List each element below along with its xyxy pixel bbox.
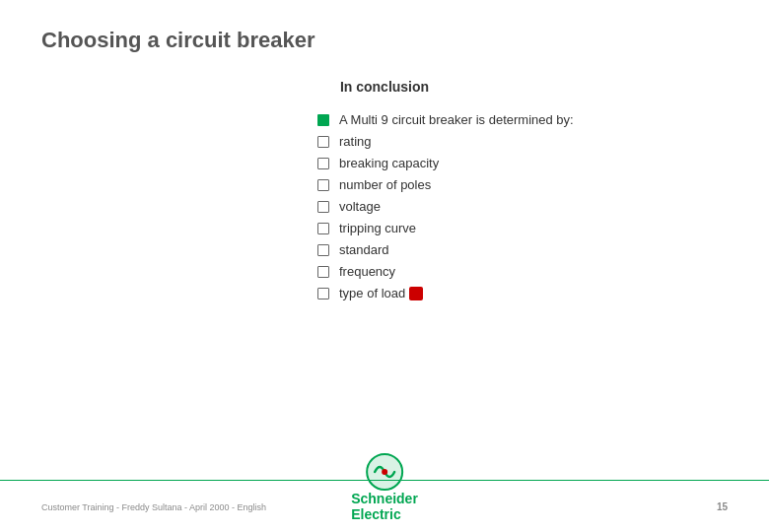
bullet-outline-icon (317, 223, 329, 234)
bullet-label-rating: rating (339, 134, 372, 149)
logo-line1: Schneider (351, 491, 418, 506)
footer-left-text: Customer Training - Freddy Sultana - Apr… (41, 502, 266, 512)
bullet-label-standard: standard (339, 242, 389, 257)
bullet-label-number-of-poles: number of poles (339, 177, 431, 192)
bullet-outline-icon (317, 266, 329, 278)
list-item-standard: standard (317, 242, 728, 257)
slide: Choosing a circuit breaker In conclusion… (0, 0, 769, 532)
bullet-outline-icon (317, 288, 329, 299)
section-title: In conclusion (41, 79, 728, 95)
list-item-tripping-curve: tripping curve (317, 221, 728, 235)
logo-text: Schneider Electric (351, 492, 418, 522)
schneider-logo-icon (365, 452, 404, 492)
bullet-label-tripping-curve: tripping curve (339, 221, 416, 235)
page-title: Choosing a circuit breaker (41, 28, 315, 53)
bullet-outline-icon (317, 179, 329, 191)
type-of-load-icon (409, 287, 423, 300)
list-item-type-of-load: type of load (317, 286, 728, 300)
footer-logo: Schneider Electric (351, 452, 418, 522)
bullet-outline-icon (317, 201, 329, 213)
list-item-rating: rating (317, 134, 728, 149)
intro-text: A Multi 9 circuit breaker is determined … (339, 112, 574, 127)
bullet-outline-icon (317, 158, 329, 169)
list-item-voltage: voltage (317, 199, 728, 214)
svg-point-2 (382, 469, 387, 475)
bullet-green-icon (317, 114, 329, 126)
list-item-breaking-capacity: breaking capacity (317, 156, 728, 170)
bullet-label-type-of-load: type of load (339, 286, 405, 300)
list-item-intro: A Multi 9 circuit breaker is determined … (317, 112, 728, 127)
bullet-list: A Multi 9 circuit breaker is determined … (317, 112, 728, 300)
list-item-frequency: frequency (317, 264, 728, 279)
bullet-label-voltage: voltage (339, 199, 381, 214)
bullet-label-breaking-capacity: breaking capacity (339, 156, 439, 170)
bullet-outline-icon (317, 244, 329, 256)
bullet-label-frequency: frequency (339, 264, 395, 279)
logo-line2: Electric (351, 506, 401, 522)
footer-page-number: 15 (717, 501, 728, 512)
bullet-outline-icon (317, 136, 329, 148)
list-item-number-of-poles: number of poles (317, 177, 728, 192)
content-area: In conclusion A Multi 9 circuit breaker … (41, 79, 728, 307)
